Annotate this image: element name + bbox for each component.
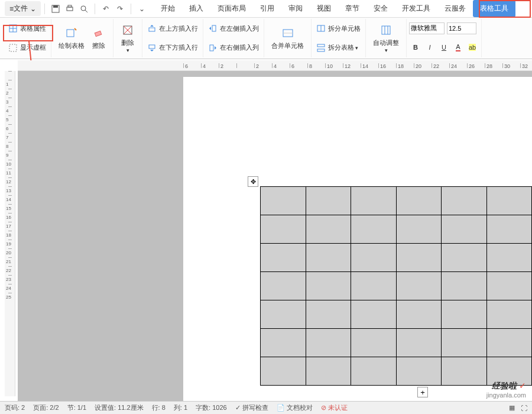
tab-view[interactable]: 视图: [310, 0, 338, 17]
status-col[interactable]: 列: 1: [174, 403, 187, 412]
table-cell[interactable]: [396, 357, 442, 386]
table-cell[interactable]: [351, 300, 397, 329]
file-menu[interactable]: ≡ 文件 ⌄: [5, 1, 41, 16]
table-cell[interactable]: [396, 244, 442, 272]
insert-row-below-button[interactable]: 在下方插入行: [145, 42, 200, 54]
table-cell[interactable]: [442, 357, 487, 386]
table-cell[interactable]: [486, 187, 532, 215]
delete-button[interactable]: 删除 ▾: [117, 21, 138, 56]
table-cell[interactable]: [306, 187, 351, 215]
table-cell[interactable]: [351, 215, 397, 244]
draw-table-button[interactable]: 绘制表格: [55, 24, 88, 53]
highlight-button[interactable]: ab: [467, 42, 478, 53]
status-setting[interactable]: 设置值: 11.2厘米: [95, 403, 144, 412]
table-cell[interactable]: [486, 215, 532, 244]
tab-cloud[interactable]: 云服务: [437, 0, 473, 17]
chevron-down-icon: ▾: [385, 47, 388, 53]
table-cell[interactable]: [261, 300, 306, 329]
table-add-handle[interactable]: +: [417, 387, 428, 397]
table-cell[interactable]: [351, 357, 397, 386]
redo-icon[interactable]: ↷: [115, 4, 125, 14]
tab-table-tools[interactable]: 表格工具: [473, 0, 515, 17]
save-icon[interactable]: [50, 4, 61, 14]
table-cell[interactable]: [442, 187, 487, 215]
status-page[interactable]: 页面: 2/2: [33, 403, 59, 412]
status-section[interactable]: 节: 1/1: [67, 403, 86, 412]
horizontal-ruler[interactable]: 6422468101214161820222426283032: [18, 60, 532, 71]
table-move-handle[interactable]: ✥: [248, 176, 258, 187]
font-size-select[interactable]: [447, 22, 476, 34]
table-cell[interactable]: [351, 329, 397, 357]
insert-col-right-button[interactable]: 在右侧插入列: [206, 42, 261, 54]
italic-button[interactable]: I: [424, 42, 435, 53]
eraser-button[interactable]: 擦除: [88, 24, 109, 53]
show-gridlines-button[interactable]: 显示虚框: [6, 42, 48, 54]
table-cell[interactable]: [442, 272, 487, 300]
merge-cells-button[interactable]: 合并单元格: [268, 24, 307, 53]
table-cell[interactable]: [261, 187, 306, 215]
table-cell[interactable]: [261, 329, 306, 357]
table-cell[interactable]: [261, 244, 306, 272]
table-cell[interactable]: [486, 244, 532, 272]
font-name-select[interactable]: [409, 22, 445, 34]
print-icon[interactable]: [64, 4, 75, 14]
table-properties-button[interactable]: 表格属性: [6, 22, 48, 34]
table-cell[interactable]: [306, 272, 351, 300]
tab-chapter[interactable]: 章节: [338, 0, 366, 17]
status-unverified[interactable]: ⊘ 未认证: [321, 403, 348, 412]
fullscreen-icon[interactable]: ⛶: [521, 405, 527, 412]
table-cell[interactable]: [351, 187, 397, 215]
tab-layout[interactable]: 页面布局: [210, 0, 253, 17]
table-cell[interactable]: [486, 329, 532, 357]
undo-icon[interactable]: ↶: [100, 4, 111, 14]
bold-button[interactable]: B: [410, 42, 421, 53]
table-cell[interactable]: [306, 215, 351, 244]
svg-rect-9: [9, 44, 17, 51]
tab-review[interactable]: 审阅: [281, 0, 310, 17]
status-page-code[interactable]: 页码: 2: [5, 403, 25, 412]
document-table[interactable]: [260, 186, 532, 386]
table-cell[interactable]: [396, 215, 442, 244]
tab-start[interactable]: 开始: [154, 0, 182, 17]
view-mode-icon[interactable]: ▦: [509, 404, 515, 412]
table-cell[interactable]: [396, 187, 442, 215]
status-words[interactable]: 字数: 1026: [196, 403, 227, 412]
table-cell[interactable]: [261, 215, 306, 244]
table-cell[interactable]: [442, 215, 487, 244]
tab-devtools[interactable]: 开发工具: [395, 0, 437, 17]
insert-row-above-button[interactable]: 在上方插入行: [145, 22, 200, 34]
svg-rect-17: [149, 45, 155, 48]
table-cell[interactable]: [306, 244, 351, 272]
chevron-down-icon[interactable]: ⌄: [137, 4, 147, 14]
table-cell[interactable]: [442, 244, 487, 272]
table-cell[interactable]: [486, 300, 532, 329]
table-cell[interactable]: [351, 272, 397, 300]
table-cell[interactable]: [306, 357, 351, 386]
split-table-button[interactable]: 拆分表格 ▾: [314, 42, 363, 54]
table-cell[interactable]: [261, 272, 306, 300]
table-cell[interactable]: [306, 329, 351, 357]
split-cells-button[interactable]: 拆分单元格: [314, 22, 363, 34]
preview-icon[interactable]: [79, 4, 89, 14]
vertical-ruler[interactable]: 1234567891011121314151617181920212223242…: [5, 71, 15, 396]
tab-references[interactable]: 引用: [253, 0, 281, 17]
table-cell[interactable]: [351, 244, 397, 272]
table-cell[interactable]: [261, 357, 306, 386]
table-cell[interactable]: [306, 300, 351, 329]
font-color-button[interactable]: A: [453, 42, 463, 53]
status-line[interactable]: 行: 8: [152, 403, 166, 412]
table-cell[interactable]: [486, 272, 532, 300]
autofit-button[interactable]: 自动调整 ▾: [369, 21, 403, 56]
svg-rect-10: [67, 30, 74, 37]
table-cell[interactable]: [396, 272, 442, 300]
insert-col-left-button[interactable]: 在左侧插入列: [206, 22, 261, 34]
tab-insert[interactable]: 插入: [182, 0, 210, 17]
table-cell[interactable]: [442, 329, 487, 357]
status-spellcheck[interactable]: ✓ 拼写检查: [235, 403, 268, 412]
tab-security[interactable]: 安全: [366, 0, 395, 17]
table-cell[interactable]: [396, 329, 442, 357]
underline-button[interactable]: U: [439, 42, 449, 53]
table-cell[interactable]: [396, 300, 442, 329]
table-cell[interactable]: [442, 300, 487, 329]
status-doccheck[interactable]: 📄 文档校对: [277, 403, 313, 412]
